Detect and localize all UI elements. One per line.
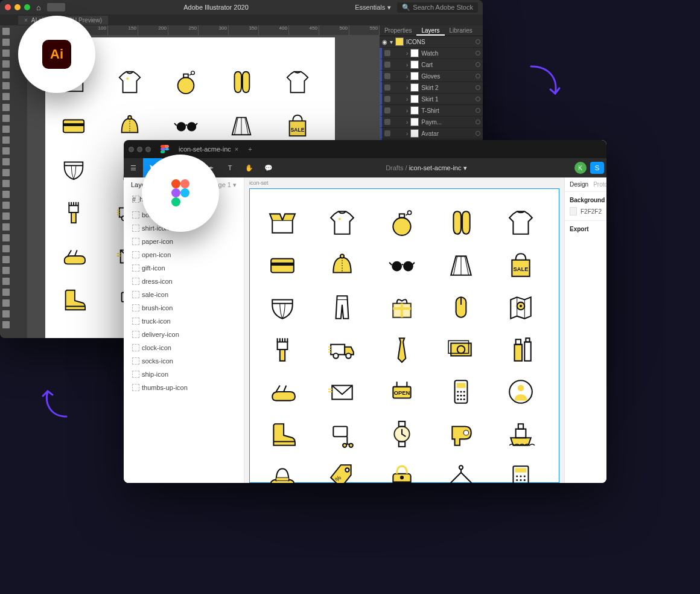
layer-row[interactable]: › Gloves (380, 71, 483, 82)
gift-icon[interactable] (384, 292, 420, 323)
tool-icon[interactable] (2, 147, 10, 155)
brush-icon[interactable] (57, 198, 90, 227)
figma-logo-icon[interactable] (161, 145, 169, 153)
perfume-icon[interactable] (384, 207, 420, 238)
mail-icon[interactable] (324, 376, 360, 407)
chevron-right-icon[interactable]: › (406, 96, 408, 103)
layer-row[interactable]: paper-icon (124, 235, 244, 248)
tool-icon[interactable] (2, 278, 10, 285)
zoom-dot[interactable] (145, 147, 151, 152)
card-icon[interactable] (264, 249, 301, 281)
hanger-icon[interactable] (443, 461, 479, 483)
layer-row[interactable]: ship-icon (124, 368, 244, 381)
tshirt-icon[interactable] (281, 68, 314, 97)
selection-indicator[interactable] (476, 131, 480, 136)
menu-icon[interactable]: ☰ (124, 158, 143, 177)
design-tab[interactable]: Design (570, 181, 588, 188)
background-swatch[interactable]: F2F2F2 (570, 207, 602, 216)
calc2-icon[interactable] (503, 461, 539, 483)
perfume-icon[interactable] (170, 68, 202, 97)
glasses-icon[interactable] (170, 111, 202, 140)
beanie-icon[interactable] (113, 111, 146, 140)
tool-icon[interactable] (2, 299, 10, 307)
bag-icon[interactable] (281, 111, 314, 140)
underwear-icon[interactable] (264, 292, 301, 323)
tool-icon[interactable] (2, 60, 10, 68)
tool-icon[interactable] (2, 50, 10, 57)
tool-icon[interactable] (2, 234, 10, 241)
selection-indicator[interactable] (476, 85, 480, 90)
boot-icon[interactable] (57, 285, 90, 314)
selection-indicator[interactable] (476, 39, 480, 44)
section-title[interactable]: Export (570, 226, 602, 232)
open-icon[interactable] (384, 376, 420, 407)
shirt-icon[interactable] (324, 207, 360, 238)
window-controls[interactable] (129, 147, 151, 152)
properties-tab[interactable]: Properties (380, 25, 417, 36)
frame-label[interactable]: icon-set (249, 180, 269, 186)
gloves-icon[interactable] (443, 207, 479, 238)
home-icon[interactable]: ⌂ (36, 3, 41, 12)
selection-indicator[interactable] (476, 51, 480, 56)
tool-icon[interactable] (2, 202, 10, 209)
tool-icon[interactable] (2, 136, 10, 144)
selection-indicator[interactable] (476, 62, 480, 67)
layer-row[interactable]: sale-icon (124, 288, 244, 301)
layer-row[interactable]: open-icon (124, 248, 244, 261)
cash-icon[interactable] (443, 334, 479, 365)
box-icon[interactable] (264, 207, 301, 238)
user-avatar[interactable]: K (574, 162, 587, 174)
figma-canvas[interactable]: icon-set (244, 177, 564, 483)
layer-row[interactable]: › Skirt 1 (380, 94, 483, 105)
layers-tab[interactable]: Layers (416, 25, 444, 36)
skirt-icon[interactable] (443, 249, 479, 281)
skirt-icon[interactable] (225, 111, 258, 140)
comment-tool-icon[interactable]: 💬 (259, 158, 278, 177)
view-switcher[interactable] (47, 3, 65, 11)
chevron-right-icon[interactable]: › (406, 130, 408, 137)
dryer-icon[interactable] (443, 418, 479, 450)
chevron-right-icon[interactable]: › (406, 107, 408, 114)
layer-row[interactable]: clock-icon (124, 341, 244, 354)
spray-icon[interactable] (503, 334, 539, 365)
gloves-icon[interactable] (225, 68, 258, 97)
tool-icon[interactable] (2, 267, 10, 274)
mouse-icon[interactable] (443, 292, 479, 323)
chevron-down-icon[interactable]: ▾ (390, 39, 393, 45)
layer-row[interactable]: gift-icon (124, 261, 244, 275)
truck-icon[interactable] (324, 334, 360, 365)
shirt-icon[interactable] (113, 68, 146, 97)
map-icon[interactable] (503, 292, 539, 323)
tool-icon[interactable] (2, 310, 10, 318)
layer-row[interactable]: › Paym... (380, 117, 483, 128)
close-tab-icon[interactable]: × (24, 17, 28, 24)
workspace-dropdown[interactable]: Essentials ▾ (355, 4, 391, 11)
hand-tool-icon[interactable]: ✋ (240, 158, 259, 177)
selection-indicator[interactable] (476, 120, 480, 124)
libraries-tab[interactable]: Libraries (445, 25, 477, 36)
layer-row[interactable]: › Avatar (380, 128, 483, 139)
tool-icon[interactable] (2, 39, 10, 46)
canvas-frame[interactable] (249, 188, 559, 483)
tshirt-icon[interactable] (503, 207, 539, 238)
breadcrumb[interactable]: Drafts / icon-set-acme-inc ▾ (278, 164, 574, 172)
layer-row[interactable]: thumbs-up-icon (124, 381, 244, 394)
layer-row[interactable]: socks-icon (124, 354, 244, 368)
chevron-right-icon[interactable]: › (406, 119, 408, 126)
card-icon[interactable] (57, 111, 90, 140)
tool-icon[interactable] (2, 256, 10, 263)
tool-icon[interactable] (2, 28, 10, 35)
prototype-tab[interactable]: Proto (593, 181, 606, 188)
chevron-right-icon[interactable]: › (406, 73, 408, 80)
tool-icon[interactable] (2, 93, 10, 100)
eye-icon[interactable]: ◉ (382, 39, 387, 45)
tool-icon[interactable] (2, 289, 10, 296)
selection-indicator[interactable] (476, 74, 480, 78)
avatar-icon[interactable] (503, 376, 539, 407)
chevron-right-icon[interactable]: › (406, 62, 408, 68)
close-dot[interactable] (5, 4, 11, 10)
share-button[interactable]: S (590, 162, 604, 174)
tool-icon[interactable] (2, 126, 10, 133)
watch-icon[interactable] (384, 418, 420, 450)
stock-search[interactable]: 🔍 Search Adobe Stock (397, 2, 478, 13)
